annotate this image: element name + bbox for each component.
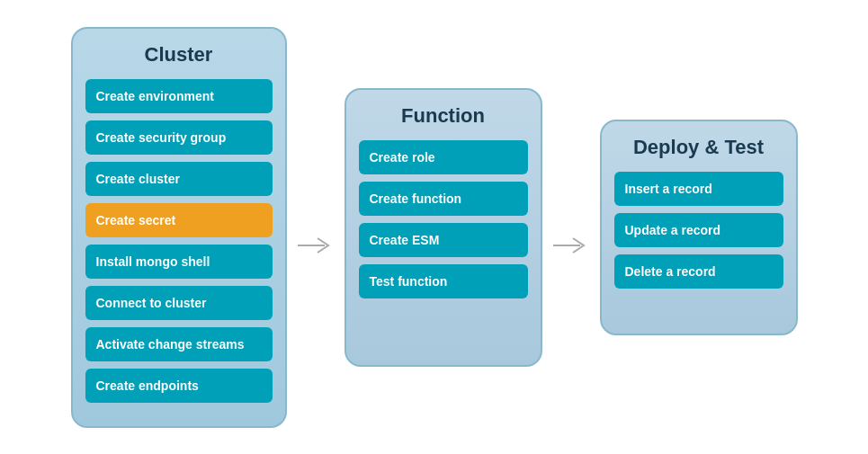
cluster-title: Cluster: [145, 43, 213, 67]
function-step-2[interactable]: Create ESM: [359, 223, 528, 257]
deploy-column: Deploy & Test Insert a recordUpdate a re…: [600, 120, 798, 335]
function-steps: Create roleCreate functionCreate ESMTest…: [359, 140, 528, 306]
cluster-step-4[interactable]: Install mongo shell: [85, 245, 273, 279]
diagram: Cluster Create environmentCreate securit…: [53, 9, 816, 446]
cluster-step-2[interactable]: Create cluster: [85, 162, 273, 196]
function-panel: Function Create roleCreate functionCreat…: [345, 88, 542, 367]
deploy-steps: Insert a recordUpdate a recordDelete a r…: [614, 172, 783, 296]
cluster-steps: Create environmentCreate security groupC…: [85, 79, 273, 410]
cluster-column: Cluster Create environmentCreate securit…: [71, 27, 287, 428]
cluster-panel: Cluster Create environmentCreate securit…: [71, 27, 287, 428]
cluster-step-6[interactable]: Activate change streams: [85, 327, 273, 361]
cluster-step-5[interactable]: Connect to cluster: [85, 286, 273, 320]
cluster-step-3[interactable]: Create secret: [85, 203, 273, 237]
arrow-2: [542, 235, 600, 256]
arrow-1: [287, 235, 345, 256]
function-title: Function: [401, 104, 485, 128]
function-step-0[interactable]: Create role: [359, 140, 528, 174]
deploy-step-2[interactable]: Delete a record: [614, 254, 783, 289]
function-column: Function Create roleCreate functionCreat…: [345, 88, 542, 367]
deploy-panel: Deploy & Test Insert a recordUpdate a re…: [600, 120, 798, 335]
function-step-1[interactable]: Create function: [359, 182, 528, 216]
cluster-step-0[interactable]: Create environment: [85, 79, 273, 113]
function-step-3[interactable]: Test function: [359, 264, 528, 298]
deploy-step-1[interactable]: Update a record: [614, 213, 783, 247]
cluster-step-1[interactable]: Create security group: [85, 120, 273, 155]
cluster-step-7[interactable]: Create endpoints: [85, 369, 273, 403]
deploy-step-0[interactable]: Insert a record: [614, 172, 783, 206]
deploy-title: Deploy & Test: [633, 136, 764, 159]
